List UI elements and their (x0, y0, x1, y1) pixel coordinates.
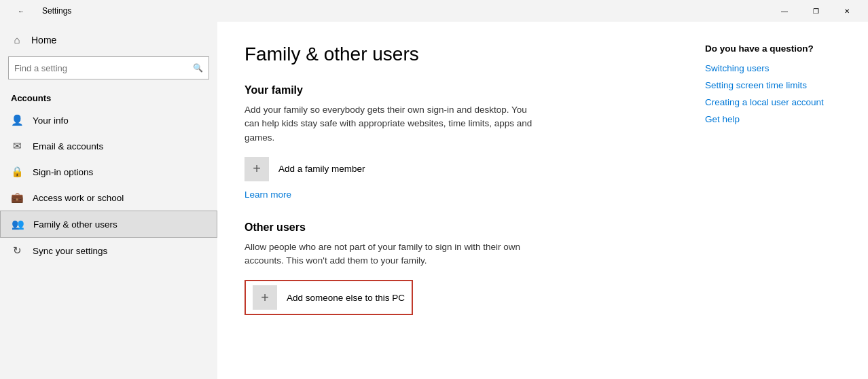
sign-in-icon: 🔒 (11, 166, 23, 178)
aside-link-screen-time[interactable]: Setting screen time limits (705, 80, 841, 90)
search-icon: 🔍 (193, 63, 203, 73)
work-icon: 💼 (11, 192, 23, 204)
sidebar-item-access-work[interactable]: 💼 Access work or school (0, 185, 217, 211)
email-icon: ✉ (11, 140, 23, 152)
add-other-user-label: Add someone else to this PC (287, 293, 405, 303)
other-users-description: Allow people who are not part of your fa… (245, 240, 543, 268)
family-icon: 👥 (12, 218, 24, 230)
minimize-button[interactable]: — (769, 0, 800, 22)
sidebar-home-item[interactable]: ⌂ Home (0, 27, 217, 52)
other-users-title: Other users (245, 221, 664, 234)
sidebar-work-label: Access work or school (33, 193, 124, 203)
accounts-section-label: Accounts (0, 88, 217, 107)
your-family-title: Your family (245, 84, 664, 96)
sidebar-signin-label: Sign-in options (33, 167, 93, 177)
your-family-section: Your family Add your family so everybody… (245, 84, 664, 219)
sidebar: ⌂ Home 🔍 Accounts 👤 Your info ✉ Email & … (0, 22, 217, 379)
restore-button[interactable]: ❐ (800, 0, 831, 22)
aside-link-local-user[interactable]: Creating a local user account (705, 97, 841, 107)
aside-link-get-help[interactable]: Get help (705, 114, 841, 124)
sidebar-your-info-label: Your info (33, 115, 69, 126)
app-title: Settings (42, 6, 71, 16)
aside-title: Do you have a question? (705, 43, 841, 54)
sidebar-item-email-accounts[interactable]: ✉ Email & accounts (0, 133, 217, 159)
add-family-member-label: Add a family member (278, 164, 365, 174)
sidebar-item-family-users[interactable]: 👥 Family & other users (0, 211, 217, 238)
close-button[interactable]: ✕ (831, 0, 863, 22)
sidebar-home-label: Home (31, 35, 56, 46)
other-users-section: Other users Allow people who are not par… (245, 221, 664, 316)
sidebar-email-label: Email & accounts (33, 141, 103, 151)
your-family-description: Add your family so everybody gets their … (245, 103, 543, 145)
sidebar-item-sync-settings[interactable]: ↻ Sync your settings (0, 238, 217, 264)
sidebar-family-label: Family & other users (33, 219, 117, 230)
back-button[interactable]: ← (5, 0, 37, 22)
aside-link-switching-users[interactable]: Switching users (705, 63, 841, 73)
add-family-member-row[interactable]: + Add a family member (245, 157, 664, 181)
content-aside: Do you have a question? Switching users … (664, 43, 841, 357)
content-main: Family & other users Your family Add you… (245, 43, 664, 357)
sidebar-item-sign-in[interactable]: 🔒 Sign-in options (0, 159, 217, 185)
sidebar-sync-label: Sync your settings (33, 246, 107, 256)
home-icon: ⌂ (11, 34, 23, 46)
search-input[interactable] (14, 63, 193, 73)
learn-more-link[interactable]: Learn more (245, 190, 291, 200)
title-bar: ← Settings — ❐ ✕ (0, 0, 868, 22)
add-family-member-icon-button[interactable]: + (245, 157, 269, 181)
your-info-icon: 👤 (11, 114, 23, 126)
page-title: Family & other users (245, 43, 664, 65)
add-other-user-icon-button[interactable]: + (253, 285, 277, 310)
sidebar-item-your-info[interactable]: 👤 Your info (0, 107, 217, 133)
sync-icon: ↻ (11, 245, 23, 257)
search-box[interactable]: 🔍 (8, 56, 209, 79)
app-body: ⌂ Home 🔍 Accounts 👤 Your info ✉ Email & … (0, 22, 868, 379)
add-other-user-row[interactable]: + Add someone else to this PC (245, 280, 413, 315)
content-area: Family & other users Your family Add you… (217, 22, 868, 379)
